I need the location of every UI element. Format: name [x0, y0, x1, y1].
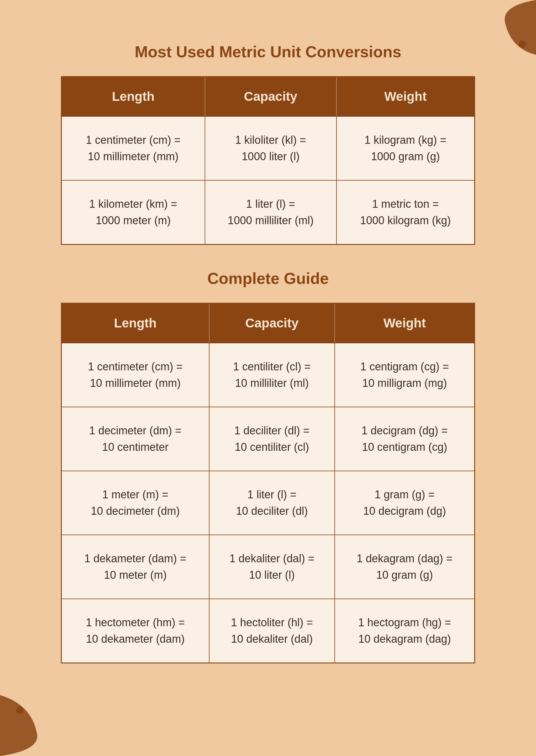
table-row: 1 centimeter (cm) =10 millimeter (mm)1 k…	[61, 116, 475, 180]
section2-header-length: Length	[61, 303, 209, 343]
corner-bottom-left-decoration	[0, 695, 67, 756]
section1-header-row: Length Capacity Weight	[61, 77, 475, 117]
section2-row0-length: 1 centimeter (cm) =10 millimeter (mm)	[61, 343, 209, 407]
page-container: Most Used Metric Unit Conversions Length…	[0, 0, 536, 756]
table-row: 1 kilometer (km) =1000 meter (m)1 liter …	[61, 180, 475, 245]
section2-row2-length: 1 meter (m) =10 decimeter (dm)	[61, 471, 209, 535]
section1: Most Used Metric Unit Conversions Length…	[61, 43, 475, 245]
section2-row0-capacity: 1 centiliter (cl) =10 milliliter (ml)	[209, 343, 335, 407]
section2-header-capacity: Capacity	[209, 303, 335, 343]
table-row: 1 hectometer (hm) =10 dekameter (dam)1 h…	[61, 599, 475, 663]
table-row: 1 meter (m) =10 decimeter (dm)1 liter (l…	[61, 471, 475, 535]
section1-table: Length Capacity Weight 1 centimeter (cm)…	[61, 76, 475, 245]
section2-table: Length Capacity Weight 1 centimeter (cm)…	[61, 303, 475, 664]
corner-top-right-decoration	[475, 0, 536, 55]
section2-header-weight: Weight	[335, 303, 475, 343]
section2-row2-weight: 1 gram (g) =10 decigram (dg)	[335, 471, 475, 535]
section1-row1-weight: 1 metric ton =1000 kilogram (kg)	[337, 180, 475, 245]
section1-header-capacity: Capacity	[205, 77, 337, 117]
section1-header-length: Length	[61, 77, 205, 117]
section2-row1-weight: 1 decigram (dg) =10 centigram (cg)	[335, 407, 475, 471]
table-row: 1 decimeter (dm) =10 centimeter1 decilit…	[61, 407, 475, 471]
section2-row4-weight: 1 hectogram (hg) =10 dekagram (dag)	[335, 599, 475, 663]
section2-row1-length: 1 decimeter (dm) =10 centimeter	[61, 407, 209, 471]
section2-row2-capacity: 1 liter (l) =10 deciliter (dl)	[209, 471, 335, 535]
table-row: 1 dekameter (dam) =10 meter (m)1 dekalit…	[61, 535, 475, 599]
section1-row1-length: 1 kilometer (km) =1000 meter (m)	[61, 180, 205, 245]
section2-row3-length: 1 dekameter (dam) =10 meter (m)	[61, 535, 209, 599]
section2-row3-capacity: 1 dekaliter (dal) =10 liter (l)	[209, 535, 335, 599]
section2: Complete Guide Length Capacity Weight 1 …	[61, 269, 475, 664]
section2-title: Complete Guide	[61, 269, 475, 288]
svg-point-1	[16, 707, 23, 714]
section1-row0-length: 1 centimeter (cm) =10 millimeter (mm)	[61, 116, 205, 180]
section1-title: Most Used Metric Unit Conversions	[61, 43, 475, 61]
section2-header-row: Length Capacity Weight	[61, 303, 475, 343]
section2-row0-weight: 1 centigram (cg) =10 milligram (mg)	[335, 343, 475, 407]
section2-row4-capacity: 1 hectoliter (hl) =10 dekaliter (dal)	[209, 599, 335, 663]
section2-row4-length: 1 hectometer (hm) =10 dekameter (dam)	[61, 599, 209, 663]
section1-row0-weight: 1 kilogram (kg) =1000 gram (g)	[337, 116, 475, 180]
table-row: 1 centimeter (cm) =10 millimeter (mm)1 c…	[61, 343, 475, 407]
section1-header-weight: Weight	[337, 77, 475, 117]
section1-row0-capacity: 1 kiloliter (kl) =1000 liter (l)	[205, 116, 337, 180]
section1-row1-capacity: 1 liter (l) =1000 milliliter (ml)	[205, 180, 337, 245]
svg-point-0	[519, 41, 526, 48]
section2-row3-weight: 1 dekagram (dag) =10 gram (g)	[335, 535, 475, 599]
section2-row1-capacity: 1 deciliter (dl) =10 centiliter (cl)	[209, 407, 335, 471]
